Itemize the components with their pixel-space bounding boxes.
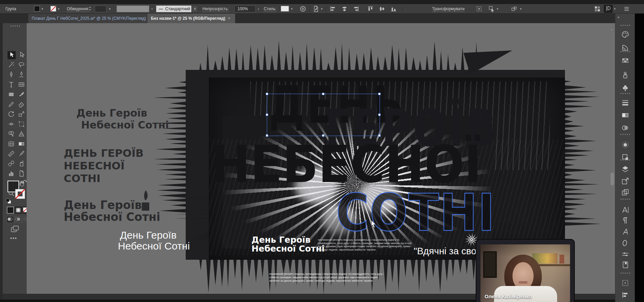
- tool-rotate[interactable]: [7, 110, 16, 119]
- select-similar-icon[interactable]: [488, 5, 496, 13]
- candle-icon[interactable]: [139, 190, 151, 213]
- dock-drag-dots[interactable]: ●●●●●: [620, 272, 631, 274]
- tool-blend[interactable]: [7, 160, 16, 168]
- panel-color-guide-icon[interactable]: [621, 43, 630, 52]
- select-similar-chevron-icon[interactable]: [497, 8, 500, 11]
- dock-drag-dots[interactable]: ●●●●●: [620, 133, 631, 135]
- tool-lasso[interactable]: [18, 61, 26, 69]
- tab-document-2[interactable]: Без назви-1* @ 25 % (RGB/Перегляд) ×: [148, 14, 235, 23]
- tool-width-tool[interactable]: [7, 120, 16, 129]
- panel-brushes-icon[interactable]: [621, 71, 630, 79]
- tool-mesh[interactable]: [7, 140, 16, 148]
- brush-chevron-button[interactable]: ▾: [192, 5, 198, 12]
- align-middle-vertical-icon[interactable]: [378, 5, 386, 13]
- dock-drag-dots[interactable]: ●●●●●: [620, 92, 631, 94]
- poster-footer-title[interactable]: День ГероївНебесної Сотні: [251, 236, 325, 253]
- gradient-mode-button[interactable]: [15, 207, 22, 214]
- more-tools-button[interactable]: •••: [10, 235, 17, 241]
- tool-free-transform[interactable]: [18, 120, 26, 129]
- style-label[interactable]: Стиль:: [264, 6, 276, 12]
- align-top-icon[interactable]: [367, 5, 375, 13]
- caption-below-artboard[interactable]: покликаний увічнити людську, громадянськ…: [269, 272, 389, 283]
- stroke-stepper[interactable]: ▴▾: [89, 6, 91, 11]
- shape-mode-chevron-icon[interactable]: [520, 8, 523, 11]
- panel-symbols-icon[interactable]: [621, 84, 630, 92]
- panel-export-icon[interactable]: [621, 177, 630, 185]
- panel-transparency-icon[interactable]: [621, 123, 630, 132]
- variable-width-chevron-icon[interactable]: [151, 8, 154, 11]
- tool-scale[interactable]: [18, 110, 26, 119]
- tool-pen[interactable]: [7, 71, 16, 79]
- align-bottom-icon[interactable]: [390, 5, 398, 13]
- selection-handle[interactable]: [378, 134, 381, 137]
- align-left-icon[interactable]: [329, 5, 337, 13]
- app-grid-icon[interactable]: [594, 5, 602, 13]
- tool-direct-selection[interactable]: [18, 51, 26, 59]
- brush-definition-dropdown[interactable]: —Стандартний: [156, 5, 191, 12]
- stroke-weight-input[interactable]: [95, 5, 106, 12]
- text-sample-caps-heavy[interactable]: ДЕНЬ ГЕРОЇВНЕБЕСНОЇСОТНІ: [64, 147, 143, 185]
- panel-libraries-icon[interactable]: [621, 260, 630, 269]
- document-setup-icon[interactable]: [312, 5, 320, 13]
- selection-bounding-box[interactable]: [267, 94, 380, 136]
- vertical-scrollbar-thumb[interactable]: [611, 172, 614, 185]
- workspace-switcher-button[interactable]: [604, 5, 613, 13]
- shape-mode-icon[interactable]: [510, 5, 519, 13]
- draw-behind-button[interactable]: [14, 216, 22, 223]
- workspace-chevron-icon[interactable]: [614, 8, 617, 11]
- isolate-mode-icon[interactable]: [475, 5, 484, 13]
- tool-rectangular-grid[interactable]: [18, 81, 26, 89]
- panel-align-icon[interactable]: [621, 290, 630, 299]
- tool-shape-builder[interactable]: [7, 130, 16, 138]
- stroke-weight-label[interactable]: Обведення:: [67, 6, 89, 12]
- panel-opentype-icon[interactable]: [621, 239, 630, 247]
- tool-eyedropper[interactable]: [18, 150, 26, 158]
- screen-mode-button[interactable]: [11, 226, 19, 232]
- dock-drag-dots[interactable]: ●●●●●: [620, 198, 631, 200]
- panel-graphic-styles-icon[interactable]: [621, 153, 630, 162]
- document-setup-chevron-icon[interactable]: [321, 8, 324, 11]
- panel-transform-icon[interactable]: [621, 278, 630, 287]
- scroll-up-icon[interactable]: ⌃: [610, 29, 613, 33]
- panel-gradient-icon[interactable]: [621, 111, 630, 120]
- stroke-swatch-none[interactable]: [15, 189, 25, 199]
- selection-handle[interactable]: [378, 93, 381, 95]
- selection-handle[interactable]: [266, 134, 268, 137]
- align-right-icon[interactable]: [352, 5, 361, 13]
- stroke-chevron-icon[interactable]: [58, 8, 61, 11]
- headline-word-4[interactable]: СОТНІ: [336, 187, 495, 238]
- dock-drag-dots[interactable]: ●●●●●: [620, 24, 631, 26]
- panel-character-styles-icon[interactable]: [621, 227, 630, 236]
- fill-color-swatch[interactable]: [34, 6, 40, 12]
- tool-pencil[interactable]: [7, 101, 16, 109]
- selection-handle[interactable]: [266, 114, 268, 116]
- panel-menu-icon[interactable]: [623, 5, 631, 13]
- opacity-menu-arrow[interactable]: ›: [258, 6, 259, 11]
- tool-gradient[interactable]: [18, 140, 26, 148]
- tool-perspective-grid[interactable]: [18, 130, 26, 138]
- tool-selection[interactable]: [7, 51, 16, 59]
- variable-width-dropdown[interactable]: [117, 5, 149, 12]
- text-sample-rounded-bold[interactable]: День ГероївНебесної Сотні: [76, 107, 169, 131]
- tool-rectangle[interactable]: [7, 91, 16, 99]
- selection-handle[interactable]: [378, 114, 381, 116]
- panel-drag-dots[interactable]: ●●●●●: [10, 25, 21, 27]
- video-call-tile[interactable]: Олена Казіміренко: [476, 240, 574, 302]
- default-swatches-icon[interactable]: [6, 198, 11, 204]
- selection-handle[interactable]: [266, 93, 268, 95]
- tab-2-close-icon[interactable]: ×: [228, 16, 230, 21]
- panel-stroke-icon[interactable]: [621, 98, 630, 107]
- fill-chevron-icon[interactable]: [42, 8, 44, 11]
- panel-artboards-icon[interactable]: [621, 188, 630, 197]
- selection-handle[interactable]: [322, 93, 324, 95]
- panel-sliders-icon[interactable]: [621, 250, 630, 259]
- panel-character-icon[interactable]: [621, 206, 630, 214]
- tool-type[interactable]: [7, 81, 16, 89]
- color-mode-button[interactable]: [7, 207, 14, 214]
- align-center-horizontal-icon[interactable]: [341, 5, 349, 13]
- panel-layers-icon[interactable]: [621, 165, 630, 173]
- stroke-weight-chevron-icon[interactable]: [109, 8, 112, 11]
- tool-artboard[interactable]: [18, 170, 26, 178]
- tool-symbol-sprayer[interactable]: [18, 160, 26, 168]
- selection-handle[interactable]: [322, 134, 324, 137]
